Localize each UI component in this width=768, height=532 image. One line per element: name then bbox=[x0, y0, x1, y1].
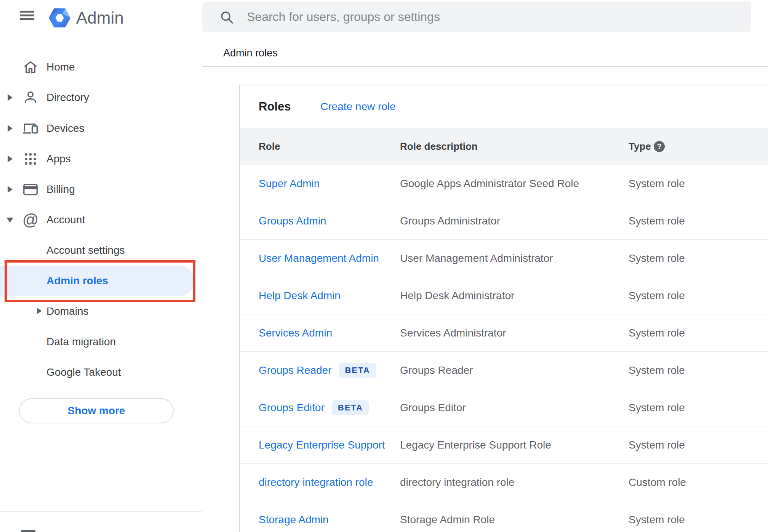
role-description: Help Desk Administrator bbox=[400, 277, 514, 314]
roles-panel: Roles Create new role Role Role descript… bbox=[239, 85, 768, 532]
sidebar-item-data-migration[interactable]: Data migration bbox=[0, 327, 202, 357]
role-link[interactable]: Help Desk Admin bbox=[259, 290, 341, 302]
table-row: Groups AdminGroups AdministratorSystem r… bbox=[240, 202, 768, 240]
role-link[interactable]: Super Admin bbox=[259, 178, 320, 190]
chevron-right-icon[interactable] bbox=[37, 308, 42, 314]
sidebar-item-label: Admin roles bbox=[46, 275, 108, 287]
role-cell: Groups Admin bbox=[259, 202, 326, 240]
sidebar-item-domains[interactable]: Domains bbox=[0, 296, 202, 327]
table-row: Super AdminGoogle Apps Administrator See… bbox=[240, 165, 768, 202]
chevron-right-icon[interactable] bbox=[8, 155, 13, 162]
role-cell: Services Admin bbox=[259, 314, 332, 352]
table-row: Storage AdminStorage Admin RoleSystem ro… bbox=[240, 501, 768, 532]
role-type: System role bbox=[629, 277, 685, 314]
column-header-type: Type bbox=[629, 128, 651, 165]
role-cell: Super Admin bbox=[259, 165, 320, 202]
role-type: System role bbox=[629, 501, 685, 532]
role-link[interactable]: Groups Admin bbox=[259, 215, 326, 227]
sidebar-item-label: Home bbox=[46, 61, 75, 73]
app-title: Admin bbox=[76, 7, 124, 29]
role-link[interactable]: Legacy Enterprise Support bbox=[259, 439, 385, 451]
sidebar-item-google-takeout[interactable]: Google Takeout bbox=[0, 357, 202, 388]
role-type: System role bbox=[629, 352, 685, 389]
sidebar-item-label: Google Takeout bbox=[46, 366, 121, 378]
sidebar-item-label: Account settings bbox=[46, 244, 125, 256]
sidebar-item-admin-roles[interactable]: Admin roles bbox=[0, 266, 194, 296]
sidebar-item-label: Devices bbox=[46, 122, 85, 135]
role-cell: Groups ReaderBETA bbox=[259, 352, 376, 389]
table-row: Groups ReaderBETAGroups ReaderSystem rol… bbox=[240, 352, 768, 389]
table-row: Help Desk AdminHelp Desk AdministratorSy… bbox=[240, 277, 768, 314]
chevron-down-icon[interactable] bbox=[6, 218, 13, 223]
role-link[interactable]: directory integration role bbox=[259, 476, 373, 489]
page-title: Roles bbox=[259, 85, 291, 128]
role-type: System role bbox=[629, 426, 685, 464]
search-input[interactable]: Search for users, groups or settings bbox=[202, 2, 751, 32]
table-row: Legacy Enterprise SupportLegacy Enterpri… bbox=[240, 426, 768, 464]
show-more-button[interactable]: Show more bbox=[19, 398, 174, 423]
search-placeholder: Search for users, groups or settings bbox=[247, 2, 440, 32]
role-type: System role bbox=[629, 314, 685, 352]
beta-badge: BETA bbox=[332, 400, 369, 415]
column-header-description: Role description bbox=[400, 128, 478, 165]
table-header-row: Role Role description Type ? bbox=[240, 128, 768, 165]
sidebar-item-apps[interactable]: Apps bbox=[0, 144, 202, 174]
sidebar-item-account-settings[interactable]: Account settings bbox=[0, 235, 202, 266]
sidebar-item-directory[interactable]: Directory bbox=[0, 82, 202, 113]
table-row: Services AdminServices AdministratorSyst… bbox=[240, 314, 768, 352]
role-link[interactable]: Groups Editor bbox=[259, 402, 325, 414]
create-new-role-link[interactable]: Create new role bbox=[320, 85, 396, 128]
role-cell: Help Desk Admin bbox=[259, 277, 341, 314]
chevron-right-icon[interactable] bbox=[8, 94, 13, 101]
sidebar-item-label: Apps bbox=[46, 153, 71, 165]
breadcrumb-divider bbox=[202, 66, 768, 67]
help-icon[interactable]: ? bbox=[654, 141, 665, 152]
role-cell: User Management Admin bbox=[259, 240, 379, 277]
devices-icon bbox=[22, 120, 39, 137]
at-sign-icon: @ bbox=[22, 211, 39, 229]
role-description: Google Apps Administrator Seed Role bbox=[400, 165, 579, 202]
home-icon bbox=[22, 58, 39, 76]
table-row: User Management AdminUser Management Adm… bbox=[240, 240, 768, 277]
role-link[interactable]: Services Admin bbox=[259, 327, 332, 339]
role-description: Storage Admin Role bbox=[400, 501, 495, 532]
chevron-right-icon[interactable] bbox=[8, 186, 13, 193]
person-icon bbox=[22, 89, 39, 106]
chevron-right-icon[interactable] bbox=[8, 125, 13, 132]
brand-bar: Admin bbox=[0, 0, 202, 36]
role-type: System role bbox=[629, 240, 685, 277]
role-link[interactable]: Groups Reader bbox=[259, 364, 331, 377]
sidebar-item-label: Account bbox=[46, 214, 85, 226]
table-row: Groups EditorBETAGroups EditorSystem rol… bbox=[240, 389, 768, 426]
sidebar-item-label: Data migration bbox=[46, 336, 116, 348]
role-type: System role bbox=[629, 202, 685, 240]
sidebar-item-home[interactable]: Home bbox=[0, 52, 202, 82]
column-header-role: Role bbox=[259, 128, 280, 165]
role-description: Groups Editor bbox=[400, 389, 466, 426]
role-description: Groups Administrator bbox=[400, 202, 500, 240]
role-type: System role bbox=[629, 389, 685, 426]
role-type: System role bbox=[629, 165, 685, 202]
search-icon bbox=[219, 10, 234, 25]
sidebar-item-billing[interactable]: Billing bbox=[0, 174, 202, 205]
role-description: Legacy Enterprise Support Role bbox=[400, 426, 551, 464]
sidebar-item-devices[interactable]: Devices bbox=[0, 113, 202, 144]
sidebar-item-label: Directory bbox=[46, 91, 89, 104]
role-description: directory integration role bbox=[400, 464, 514, 501]
role-description: User Management Administrator bbox=[400, 240, 553, 277]
role-cell: Groups EditorBETA bbox=[259, 389, 369, 426]
roles-panel-titlebar: Roles Create new role bbox=[240, 85, 768, 128]
sidebar-bottom-divider bbox=[0, 511, 202, 512]
table-row: directory integration roledirectory inte… bbox=[240, 464, 768, 501]
show-more-label: Show more bbox=[68, 405, 125, 417]
roles-table-body: Super AdminGoogle Apps Administrator See… bbox=[240, 165, 768, 532]
role-type: Custom role bbox=[629, 464, 686, 501]
hamburger-menu-icon[interactable] bbox=[20, 11, 34, 21]
role-link[interactable]: User Management Admin bbox=[259, 252, 379, 264]
role-link[interactable]: Storage Admin bbox=[259, 514, 329, 526]
admin-hexagon-logo-icon bbox=[49, 8, 70, 27]
billing-card-icon bbox=[22, 181, 39, 198]
role-cell: Storage Admin bbox=[259, 501, 329, 532]
sidebar-item-account[interactable]: @ Account bbox=[0, 205, 202, 235]
role-cell: Legacy Enterprise Support bbox=[259, 426, 385, 464]
